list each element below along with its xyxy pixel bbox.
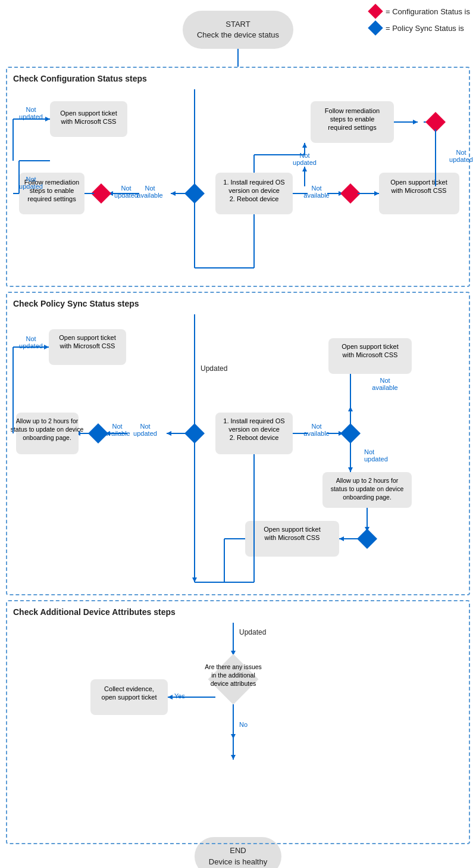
section-additional-title: Check Additional Device Attributes steps bbox=[13, 607, 463, 617]
legend-config-label: = Configuration Status is bbox=[386, 7, 470, 16]
svg-text:1. Install required OS: 1. Install required OS bbox=[223, 417, 284, 424]
svg-text:updated: updated bbox=[364, 455, 388, 463]
svg-text:Updated: Updated bbox=[201, 364, 227, 373]
section-additional: Check Additional Device Attributes steps… bbox=[6, 600, 470, 844]
svg-text:Not: Not bbox=[380, 377, 390, 384]
section-config-title: Check Configuration Status steps bbox=[13, 74, 463, 83]
svg-marker-149 bbox=[168, 695, 173, 700]
svg-text:Are there any issues: Are there any issues bbox=[205, 663, 262, 670]
start-label: STARTCheck the device status bbox=[197, 20, 279, 39]
svg-text:Not: Not bbox=[311, 423, 321, 430]
svg-text:updated: updated bbox=[293, 159, 317, 166]
legend: = Configuration Status is = Policy Sync … bbox=[370, 6, 470, 33]
svg-text:version on device: version on device bbox=[228, 426, 280, 433]
config-not-available-1-label: Not bbox=[145, 185, 155, 192]
svg-text:updated: updated bbox=[19, 342, 43, 349]
svg-marker-44 bbox=[302, 167, 307, 171]
section-policy: Check Policy Sync Status steps Updated N… bbox=[6, 292, 470, 595]
svg-text:in the additional: in the additional bbox=[211, 672, 255, 679]
svg-marker-120 bbox=[192, 577, 197, 582]
diagram-wrapper: = Configuration Status is = Policy Sync … bbox=[0, 0, 476, 868]
policy-flow-svg: Updated Not updated Not available bbox=[13, 314, 465, 588]
svg-rect-26 bbox=[340, 183, 361, 204]
svg-marker-6 bbox=[171, 191, 176, 196]
start-node: STARTCheck the device status bbox=[183, 11, 293, 49]
svg-text:Open support ticket: Open support ticket bbox=[390, 179, 447, 186]
svg-text:Not: Not bbox=[364, 448, 374, 455]
svg-marker-126 bbox=[348, 407, 353, 411]
svg-rect-96 bbox=[340, 423, 361, 444]
legend-config-status: = Configuration Status is bbox=[370, 6, 470, 17]
svg-text:updated: updated bbox=[19, 183, 43, 190]
svg-text:Follow remediation: Follow remediation bbox=[325, 107, 380, 114]
legend-policy-label: = Policy Sync Status is bbox=[386, 24, 464, 33]
svg-text:Open support ticket: Open support ticket bbox=[342, 343, 398, 350]
svg-text:with Microsoft CSS: with Microsoft CSS bbox=[391, 187, 447, 194]
svg-text:updated: updated bbox=[133, 430, 157, 437]
svg-rect-71 bbox=[184, 423, 205, 444]
svg-text:onboarding page.: onboarding page. bbox=[23, 434, 71, 441]
svg-rect-143 bbox=[208, 654, 259, 705]
svg-text:Open support ticket: Open support ticket bbox=[264, 526, 320, 533]
svg-text:with Microsoft CSS: with Microsoft CSS bbox=[60, 342, 115, 349]
svg-text:steps to enable: steps to enable bbox=[330, 115, 375, 123]
svg-marker-100 bbox=[348, 467, 353, 472]
red-diamond-icon bbox=[368, 4, 383, 18]
svg-marker-28 bbox=[374, 191, 379, 196]
svg-rect-3 bbox=[184, 183, 205, 204]
svg-rect-107 bbox=[357, 529, 377, 549]
config-not-updated-2-label: Not bbox=[121, 185, 131, 192]
svg-marker-64 bbox=[45, 117, 50, 121]
svg-marker-75 bbox=[167, 431, 171, 436]
connector-start-to-config bbox=[237, 49, 239, 67]
additional-flow-svg: Updated Are there any issues in the addi… bbox=[13, 623, 465, 837]
end-label: ENDDevice is healthy bbox=[209, 846, 267, 866]
svg-rect-10 bbox=[91, 183, 111, 204]
svg-text:Allow up to 2 hours for: Allow up to 2 hours for bbox=[336, 477, 399, 484]
svg-text:available: available bbox=[137, 192, 162, 199]
svg-text:Collect evidence,: Collect evidence, bbox=[104, 685, 154, 692]
svg-text:with Microsoft CSS: with Microsoft CSS bbox=[61, 118, 117, 125]
svg-text:2. Reboot device: 2. Reboot device bbox=[230, 195, 279, 202]
svg-text:Not: Not bbox=[456, 149, 466, 156]
svg-marker-49 bbox=[302, 143, 307, 148]
svg-text:Not: Not bbox=[311, 185, 321, 192]
svg-text:device attributes: device attributes bbox=[211, 680, 256, 687]
svg-text:Allow up to 2 hours for: Allow up to 2 hours for bbox=[16, 417, 79, 424]
svg-rect-80 bbox=[88, 423, 108, 444]
svg-text:with Microsoft CSS: with Microsoft CSS bbox=[264, 534, 320, 541]
svg-marker-111 bbox=[339, 536, 344, 541]
svg-text:Open support ticket: Open support ticket bbox=[60, 110, 117, 117]
svg-text:available: available bbox=[303, 192, 329, 199]
blue-diamond-icon bbox=[368, 20, 383, 35]
svg-marker-134 bbox=[44, 345, 49, 349]
svg-marker-159 bbox=[231, 755, 236, 760]
config-flow-svg: Not available Not updated Follow remedia… bbox=[13, 89, 465, 280]
svg-text:updated: updated bbox=[114, 192, 138, 199]
svg-text:required settings: required settings bbox=[27, 195, 76, 202]
svg-text:2. Reboot device: 2. Reboot device bbox=[230, 434, 279, 441]
svg-marker-37 bbox=[413, 120, 418, 124]
svg-text:1. Install required OS: 1. Install required OS bbox=[223, 179, 284, 186]
svg-rect-40 bbox=[425, 112, 446, 132]
svg-text:Updated: Updated bbox=[239, 628, 266, 636]
svg-text:Not: Not bbox=[26, 176, 36, 183]
legend-policy-status: = Policy Sync Status is bbox=[370, 23, 470, 33]
svg-text:with Microsoft CSS: with Microsoft CSS bbox=[342, 351, 398, 358]
svg-text:required settings: required settings bbox=[328, 124, 377, 131]
svg-text:Yes: Yes bbox=[174, 692, 185, 700]
svg-text:Not: Not bbox=[26, 335, 36, 342]
svg-text:No: No bbox=[239, 721, 248, 728]
svg-text:status to update on device: status to update on device bbox=[11, 426, 84, 433]
section-policy-title: Check Policy Sync Status steps bbox=[13, 299, 463, 308]
svg-text:status to update on device: status to update on device bbox=[331, 485, 404, 492]
svg-text:updated: updated bbox=[449, 156, 473, 163]
svg-text:available: available bbox=[372, 384, 397, 391]
svg-text:version on device: version on device bbox=[228, 187, 280, 194]
svg-text:Not: Not bbox=[112, 423, 122, 430]
svg-text:open support ticket: open support ticket bbox=[102, 694, 157, 701]
section-config: Check Configuration Status steps Not ava… bbox=[6, 67, 470, 287]
svg-text:Not: Not bbox=[140, 423, 150, 430]
svg-marker-156 bbox=[231, 734, 236, 739]
svg-text:onboarding page.: onboarding page. bbox=[343, 494, 392, 501]
